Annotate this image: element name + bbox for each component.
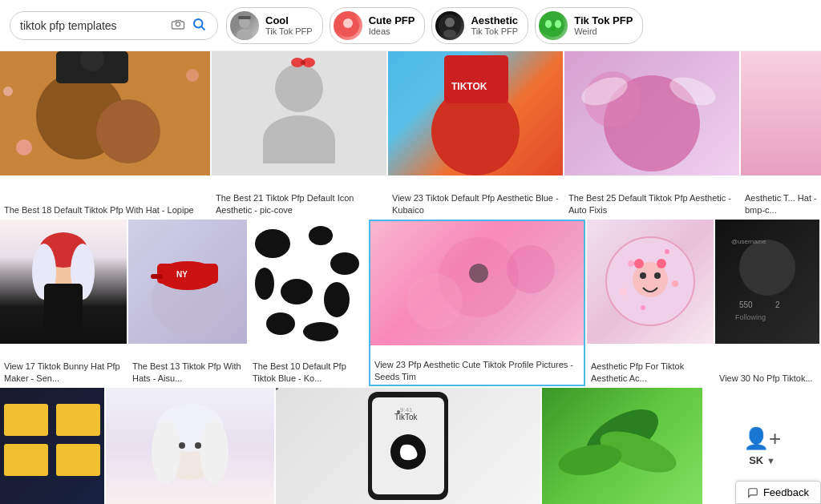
svg-point-61 xyxy=(641,305,645,310)
chip-cool-title: Cool xyxy=(265,14,313,26)
image-row-3: TikTok 9:41 xyxy=(0,388,821,504)
chip-weird-text: Tik Tok PFP Weird xyxy=(574,14,633,36)
grid-item-3-2[interactable] xyxy=(106,388,274,504)
grid-item-3-1[interactable] xyxy=(0,388,104,504)
header: Cool Tik Tok PFP Cute PFP Ideas xyxy=(0,0,821,51)
svg-point-49 xyxy=(324,282,350,317)
caption-2-4: View 23 Pfp Aesthetic Cute Tiktok Profil… xyxy=(370,357,584,385)
grid-item-2-6[interactable]: @username 550 Following 2 View 30 No Pfp… xyxy=(715,220,819,386)
svg-point-60 xyxy=(672,280,678,287)
chip-weird-title: Tik Tok PFP xyxy=(574,14,633,26)
svg-point-65 xyxy=(634,259,644,268)
grid-item-1-3[interactable]: TIKTOK View 23 Tiktok Default Pfp Aesthe… xyxy=(388,51,563,218)
chip-cute-sub: Ideas xyxy=(369,26,415,36)
caption-2-5: Aesthetic Pfp For Tiktok Aesthetic Ac... xyxy=(587,358,714,386)
chip-cute-text: Cute PFP Ideas xyxy=(369,14,415,36)
svg-point-21 xyxy=(186,69,199,82)
feedback-icon xyxy=(747,487,758,498)
svg-point-55 xyxy=(469,264,488,283)
svg-text:9:41: 9:41 xyxy=(400,406,413,413)
grid-item-2-3[interactable]: The Best 10 Default Pfp Tiktok Blue - Ko… xyxy=(249,220,367,386)
user-label: SK ▼ xyxy=(749,454,775,466)
svg-point-25 xyxy=(301,60,305,65)
svg-point-1 xyxy=(194,19,203,28)
svg-text:2: 2 xyxy=(775,300,780,309)
svg-text:@username: @username xyxy=(731,238,766,245)
svg-point-64 xyxy=(654,272,661,279)
chip-cute-thumb xyxy=(334,11,362,40)
feedback-button[interactable]: Feedback xyxy=(735,481,821,504)
chip-cool-sub: Tik Tok PFP xyxy=(265,26,313,36)
chip-aesthetic-sub: Tik Tok PFP xyxy=(471,26,518,36)
svg-point-44 xyxy=(255,229,290,258)
svg-rect-40 xyxy=(157,264,218,284)
grid-item-2-1[interactable]: View 17 Tiktok Bunny Hat Pfp Maker - Sen… xyxy=(0,220,127,386)
chip-aesthetic[interactable]: Aesthetic Tik Tok PFP xyxy=(431,7,528,44)
main-content: The Best 18 Default Tiktok Pfp With Hat … xyxy=(0,51,821,504)
svg-point-54 xyxy=(507,245,555,293)
svg-point-48 xyxy=(281,279,313,304)
svg-point-47 xyxy=(255,268,274,300)
svg-text:Following: Following xyxy=(735,313,766,321)
svg-point-46 xyxy=(330,252,359,275)
svg-point-4 xyxy=(237,29,253,40)
svg-rect-27 xyxy=(444,55,508,103)
camera-icon[interactable] xyxy=(171,17,185,34)
caption-1-5: Aesthetic T... Hat - bmp-c... xyxy=(741,190,821,218)
search-button[interactable] xyxy=(192,17,206,34)
svg-point-87 xyxy=(397,410,400,413)
grid-item-1-2[interactable]: The Best 21 Tiktok Pfp Default Icon Aest… xyxy=(212,51,386,218)
svg-point-11 xyxy=(542,14,564,37)
chip-aesthetic-text: Aesthetic Tik Tok PFP xyxy=(471,14,518,36)
chip-aesthetic-title: Aesthetic xyxy=(471,14,518,26)
chip-cool-text: Cool Tik Tok PFP xyxy=(265,14,313,36)
chip-cool[interactable]: Cool Tik Tok PFP xyxy=(226,7,323,44)
chip-weird[interactable]: Tik Tok PFP Weird xyxy=(535,7,643,44)
svg-text:550: 550 xyxy=(739,300,753,309)
caption-1-1: The Best 18 Default Tiktok Pfp With Hat … xyxy=(0,202,210,218)
grid-item-1-1[interactable]: The Best 18 Default Tiktok Pfp With Hat … xyxy=(0,51,210,218)
svg-rect-5 xyxy=(238,16,251,19)
grid-item-2-5[interactable]: Aesthetic Pfp For Tiktok Aesthetic Ac... xyxy=(587,220,714,386)
grid-item-3-4[interactable] xyxy=(542,388,702,504)
chip-cute[interactable]: Cute PFP Ideas xyxy=(330,7,426,44)
chip-aesthetic-thumb xyxy=(435,11,464,40)
svg-point-22 xyxy=(3,87,13,96)
svg-text:TIKTOK: TIKTOK xyxy=(451,81,487,92)
grid-item-2-4[interactable]: View 23 Pfp Aesthetic Cute Tiktok Profil… xyxy=(369,220,585,386)
add-person-icon[interactable]: 👤+ xyxy=(743,426,781,451)
svg-text:NY: NY xyxy=(176,270,188,279)
svg-point-79 xyxy=(200,420,229,484)
svg-point-57 xyxy=(628,260,634,267)
search-box[interactable] xyxy=(10,11,218,40)
chip-weird-sub: Weird xyxy=(574,26,633,36)
chips-container: Cool Tik Tok PFP Cute PFP Ideas xyxy=(226,7,643,44)
svg-point-12 xyxy=(545,20,552,28)
svg-point-45 xyxy=(309,226,333,245)
search-input[interactable] xyxy=(20,19,164,32)
caption-1-3: View 23 Tiktok Default Pfp Aesthetic Blu… xyxy=(388,190,563,218)
svg-point-0 xyxy=(176,22,180,26)
feedback-label: Feedback xyxy=(763,486,809,498)
svg-point-59 xyxy=(619,288,627,296)
svg-rect-74 xyxy=(4,444,48,476)
image-row-1: The Best 18 Default Tiktok Pfp With Hat … xyxy=(0,51,821,218)
svg-text:TikTok: TikTok xyxy=(394,413,419,421)
grid-item-3-3[interactable]: TikTok 9:41 xyxy=(276,388,540,504)
caption-1-2: The Best 21 Tiktok Pfp Default Icon Aest… xyxy=(212,190,386,218)
svg-point-13 xyxy=(555,20,561,28)
svg-point-78 xyxy=(152,420,180,484)
caption-2-1: View 17 Tiktok Bunny Hat Pfp Maker - Sen… xyxy=(0,358,127,386)
chip-cute-title: Cute PFP xyxy=(369,14,415,26)
svg-rect-72 xyxy=(4,404,48,436)
caption-2-3: The Best 10 Default Pfp Tiktok Blue - Ko… xyxy=(249,358,367,386)
chip-weird-thumb xyxy=(539,11,568,40)
svg-point-14 xyxy=(551,26,556,31)
svg-point-53 xyxy=(406,273,463,329)
svg-rect-75 xyxy=(56,444,100,476)
grid-item-2-2[interactable]: NY The Best 13 Tiktok Pfp With Hats - Ai… xyxy=(128,220,247,386)
svg-rect-37 xyxy=(44,284,83,344)
grid-item-1-5[interactable]: Aesthetic T... Hat - bmp-c... xyxy=(741,51,821,218)
chip-cool-thumb xyxy=(230,11,259,40)
grid-item-1-4[interactable]: The Best 25 Default Tiktok Pfp Aesthetic… xyxy=(564,51,739,218)
